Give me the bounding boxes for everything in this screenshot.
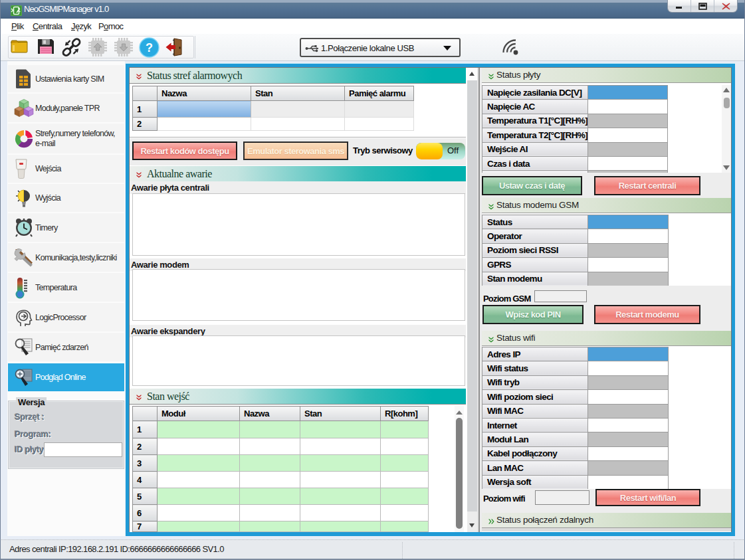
svg-text:?: ? (146, 41, 153, 54)
